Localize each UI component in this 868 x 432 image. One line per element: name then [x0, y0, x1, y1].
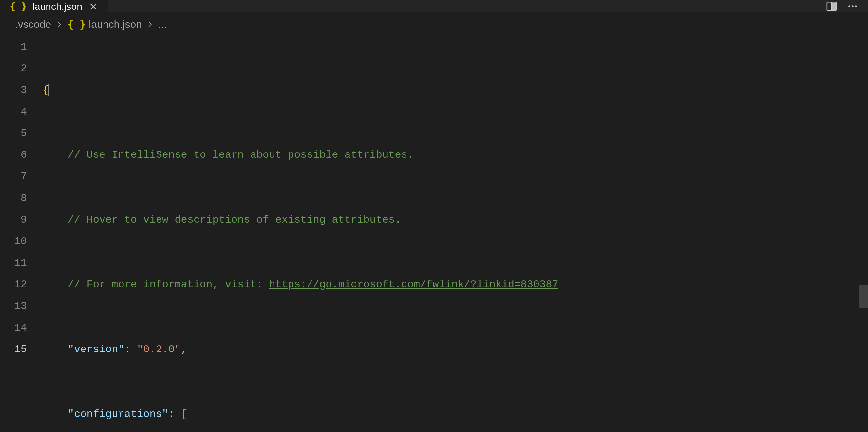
code-line: { — [42, 79, 868, 101]
line-number: 11 — [0, 252, 27, 274]
line-number: 6 — [0, 144, 27, 166]
ellipsis-icon — [847, 1, 858, 12]
svg-point-4 — [851, 5, 854, 7]
code-line: // Hover to view descriptions of existin… — [42, 209, 868, 231]
line-number: 2 — [0, 58, 27, 79]
breadcrumb-symbol-label: ... — [158, 18, 167, 30]
json-file-icon: { } — [10, 1, 27, 12]
svg-rect-2 — [832, 2, 836, 10]
code-line: // Use IntelliSense to learn about possi… — [42, 144, 868, 166]
code-editor[interactable]: 123456789101112131415 { // Use IntelliSe… — [0, 36, 868, 432]
line-number: 8 — [0, 188, 27, 209]
breadcrumb: .vscode { } launch.json ... — [0, 12, 868, 36]
breadcrumb-symbol[interactable]: ... — [158, 18, 167, 30]
chevron-right-icon — [147, 21, 154, 28]
line-number: 5 — [0, 123, 27, 144]
tab-launch-json[interactable]: { } launch.json — [0, 0, 108, 12]
line-number: 12 — [0, 274, 27, 296]
split-editor-icon — [826, 1, 837, 12]
line-number-gutter: 123456789101112131415 — [0, 36, 42, 432]
scrollbar-thumb[interactable] — [860, 285, 868, 308]
svg-point-5 — [855, 5, 857, 7]
line-number: 3 — [0, 79, 27, 101]
vertical-scrollbar[interactable] — [860, 23, 868, 432]
line-number: 14 — [0, 317, 27, 339]
line-number: 4 — [0, 101, 27, 123]
chevron-right-icon — [56, 21, 63, 28]
line-number: 10 — [0, 231, 27, 252]
close-tab-button[interactable] — [88, 1, 99, 12]
line-number: 9 — [0, 209, 27, 231]
code-line: "configurations": [ — [42, 403, 868, 425]
breadcrumb-folder-label: .vscode — [15, 18, 51, 30]
code-line: // For more information, visit: https://… — [42, 274, 868, 296]
line-number: 15 — [0, 339, 27, 360]
code-line: "version": "0.2.0", — [42, 339, 868, 360]
code-content[interactable]: { // Use IntelliSense to learn about pos… — [42, 36, 868, 432]
line-number: 13 — [0, 296, 27, 317]
svg-point-3 — [848, 5, 850, 7]
breadcrumb-folder[interactable]: .vscode — [15, 18, 51, 30]
comment-link[interactable]: https://go.microsoft.com/fwlink/?linkid=… — [269, 278, 558, 291]
breadcrumb-file[interactable]: { } launch.json — [67, 18, 142, 30]
tab-filename: launch.json — [32, 1, 82, 12]
json-file-icon: { } — [67, 18, 86, 30]
close-icon — [89, 3, 97, 10]
breadcrumb-file-label: launch.json — [89, 18, 142, 30]
line-number: 1 — [0, 36, 27, 58]
line-number: 7 — [0, 166, 27, 188]
more-actions-button[interactable] — [847, 1, 858, 12]
split-editor-button[interactable] — [826, 1, 837, 12]
tab-bar: { } launch.json — [0, 0, 868, 12]
